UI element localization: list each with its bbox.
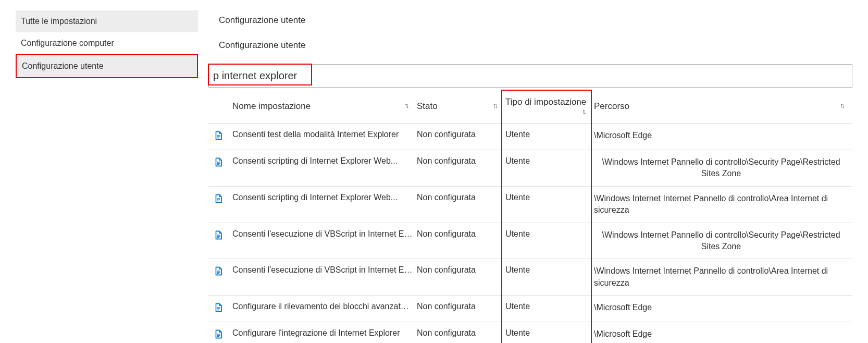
- row-icon-cell: [208, 186, 232, 223]
- column-header-name[interactable]: Nome impostazione ↑↓: [232, 90, 417, 124]
- document-icon: [214, 156, 223, 168]
- cell-state: Non configurata: [417, 322, 505, 343]
- document-icon: [214, 229, 223, 241]
- cell-setting-name: Consenti scripting di Internet Explorer …: [232, 186, 417, 223]
- cell-path: \Windows Internet Pannello di controllo\…: [594, 223, 852, 259]
- table-row[interactable]: Configurare l'integrazione di Internet E…: [208, 322, 852, 343]
- cell-path: \Windows Internet Internet Pannello di c…: [594, 259, 852, 296]
- main-content: Configurazione utente Configurazione ute…: [208, 0, 868, 343]
- cell-type: Utente: [505, 150, 594, 187]
- cell-setting-name: Consenti l'esecuzione di VBScript in Int…: [232, 259, 417, 296]
- cell-setting-name: Configurare l'integrazione di Internet E…: [232, 322, 417, 343]
- cell-path: \Windows Internet Internet Pannello di c…: [594, 186, 852, 223]
- search-input[interactable]: [208, 64, 852, 88]
- document-icon: [214, 193, 223, 204]
- row-icon-cell: [208, 296, 232, 322]
- column-header-label: Nome impostazione: [232, 101, 311, 111]
- cell-path: \Microsoft Edge: [594, 296, 852, 322]
- document-icon: [214, 265, 223, 277]
- column-header-label: Stato: [417, 101, 438, 111]
- cell-type: Utente: [505, 124, 594, 150]
- breadcrumb-line-2: Configurazione utente: [219, 39, 852, 52]
- table-row[interactable]: Consenti l'esecuzione di VBScript in Int…: [208, 223, 852, 259]
- table-row[interactable]: Consenti test della modalità Internet Ex…: [208, 124, 852, 150]
- cell-state: Non configurata: [417, 296, 505, 322]
- breadcrumb-line-1: Configurazione utente: [219, 14, 852, 27]
- cell-path: \Microsoft Edge: [594, 124, 852, 150]
- sidebar-item-label: Configurazione computer: [21, 39, 114, 47]
- row-icon-cell: [208, 223, 232, 259]
- table-header-row: Nome impostazione ↑↓ Stato ↑↓ Tipo di im…: [208, 90, 852, 124]
- cell-type: Utente: [505, 186, 594, 223]
- sidebar-item-all-settings[interactable]: Tutte le impostazioni: [16, 10, 198, 32]
- document-icon: [214, 130, 223, 141]
- cell-state: Non configurata: [417, 150, 505, 187]
- column-header-icon: [208, 90, 232, 124]
- table-row[interactable]: Consenti l'esecuzione di VBScript in Int…: [208, 259, 852, 296]
- table-row[interactable]: Configurare il rilevamento dei blocchi a…: [208, 296, 852, 322]
- sidebar-item-label: Configurazione utente: [22, 62, 104, 70]
- row-icon-cell: [208, 322, 232, 343]
- cell-path: \Windows Internet Pannello di controllo\…: [594, 150, 852, 187]
- cell-setting-name: Consenti scripting di Internet Explorer …: [232, 150, 417, 187]
- cell-state: Non configurata: [417, 186, 505, 223]
- cell-path: \Microsoft Edge: [594, 322, 852, 343]
- cell-type: Utente: [505, 223, 594, 259]
- search-container: [208, 64, 852, 88]
- cell-state: Non configurata: [417, 259, 505, 296]
- cell-state: Non configurata: [417, 124, 505, 150]
- table-row[interactable]: Consenti scripting di Internet Explorer …: [208, 150, 852, 187]
- column-header-state[interactable]: Stato ↑↓: [417, 90, 505, 124]
- table-row[interactable]: Consenti scripting di Internet Explorer …: [208, 186, 852, 223]
- sidebar-item-computer-config[interactable]: Configurazione computer: [16, 32, 198, 54]
- cell-type: Utente: [505, 322, 594, 343]
- cell-setting-name: Consenti test della modalità Internet Ex…: [232, 124, 417, 150]
- row-icon-cell: [208, 124, 232, 150]
- sort-icon[interactable]: ↑↓: [404, 101, 413, 109]
- document-icon: [214, 302, 223, 313]
- sidebar-item-label: Tutte le impostazioni: [21, 17, 97, 26]
- sidebar-item-user-config[interactable]: Configurazione utente: [16, 54, 198, 78]
- sidebar: Tutte le impostazioni Configurazione com…: [0, 0, 208, 78]
- sort-icon[interactable]: ↑↓: [840, 101, 848, 109]
- cell-setting-name: Configurare il rilevamento dei blocchi a…: [232, 296, 417, 322]
- cell-type: Utente: [505, 296, 594, 322]
- column-header-path[interactable]: Percorso ↑↓: [594, 90, 852, 124]
- cell-state: Non configurata: [417, 223, 505, 259]
- sort-icon[interactable]: ↑↓: [581, 107, 590, 116]
- column-header-label: Percorso: [594, 101, 629, 111]
- column-header-type[interactable]: Tipo di impostazione ↑↓: [505, 90, 594, 124]
- breadcrumb: Configurazione utente Configurazione ute…: [208, 14, 852, 52]
- column-header-label: Tipo di impostazione: [505, 97, 586, 107]
- document-icon: [214, 328, 223, 340]
- sort-icon[interactable]: ↑↓: [493, 101, 501, 109]
- row-icon-cell: [208, 150, 232, 187]
- row-icon-cell: [208, 259, 232, 296]
- cell-setting-name: Consenti l'esecuzione di VBScript in Int…: [232, 223, 417, 259]
- settings-table: Nome impostazione ↑↓ Stato ↑↓ Tipo di im…: [208, 90, 852, 343]
- cell-type: Utente: [505, 259, 594, 296]
